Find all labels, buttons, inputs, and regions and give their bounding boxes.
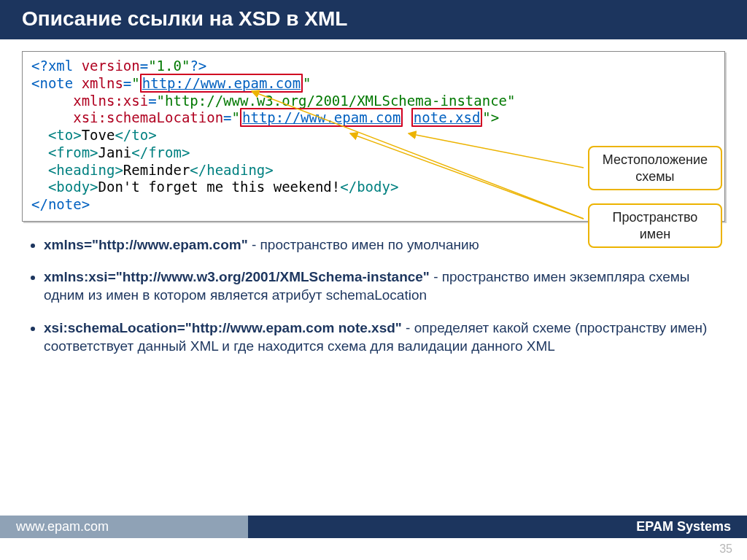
code: Jani	[98, 144, 132, 160]
page-number: 35	[719, 542, 732, 556]
code: </to>	[115, 127, 156, 143]
code: ">	[482, 109, 499, 125]
link-schemaloc-epam[interactable]: http://www.epam.com	[242, 109, 400, 125]
link-note-xsd[interactable]: note.xsd	[414, 109, 481, 125]
bullet-rest: - пространство имен по умолчанию	[248, 237, 479, 252]
callout-namespace: Пространство имен	[588, 203, 722, 248]
code: ?>	[190, 58, 206, 74]
code: =	[123, 75, 131, 91]
code: xmlns:xsi	[73, 93, 148, 109]
code	[31, 109, 73, 125]
code: version	[82, 58, 140, 74]
callout-line: Местоположение	[603, 152, 708, 168]
callout-group: Местоположение схемы Пространство имен	[588, 146, 722, 261]
footer: www.epam.com EPAM Systems	[0, 516, 747, 538]
code: "1.0"	[148, 58, 190, 74]
code: </heading>	[190, 162, 273, 178]
code: </body>	[340, 179, 398, 195]
code: <body>	[31, 179, 98, 195]
slide-title: Описание ссылки на XSD в XML	[0, 0, 747, 39]
code: <from>	[31, 144, 98, 160]
code: Tove	[82, 127, 115, 143]
code	[403, 109, 411, 125]
code: xsi:schemaLocation	[73, 109, 223, 125]
code: <?xml	[31, 58, 82, 74]
callout-line: Пространство	[603, 209, 708, 226]
bullet-lead: xsi:schemaLocation="http://www.epam.com …	[44, 320, 402, 335]
code: <heading>	[31, 162, 123, 178]
bullet-lead: xmlns:xsi="http://www.w3.org/2001/XMLSch…	[44, 269, 430, 284]
code: "	[232, 109, 240, 125]
code: <note	[31, 75, 82, 91]
code: =	[140, 58, 148, 74]
code: "http://www.w3.org/2001/XMLSchema-instan…	[157, 93, 516, 109]
bullet-item: xmlns:xsi="http://www.w3.org/2001/XMLSch…	[44, 268, 718, 304]
code: "	[303, 75, 311, 91]
code: =	[148, 93, 156, 109]
code: xmlns	[82, 75, 123, 91]
bullet-item: xsi:schemaLocation="http://www.epam.com …	[44, 319, 718, 355]
bullet-lead: xmlns="http://www.epam.com"	[44, 237, 248, 252]
callout-schema-location: Местоположение схемы	[588, 146, 722, 190]
callout-line: схемы	[603, 168, 708, 185]
footer-url: www.epam.com	[0, 516, 248, 538]
code	[31, 93, 73, 109]
callout-line: имен	[603, 226, 708, 243]
code: <to>	[31, 127, 82, 143]
code: Reminder	[123, 162, 190, 178]
code: =	[223, 109, 231, 125]
code: </from>	[131, 144, 190, 160]
code: </note>	[31, 196, 90, 212]
code: Don't forget me this weekend!	[98, 179, 341, 195]
footer-brand: EPAM Systems	[248, 516, 747, 538]
link-xmlns-epam[interactable]: http://www.epam.com	[142, 75, 301, 91]
code: "	[131, 75, 139, 91]
